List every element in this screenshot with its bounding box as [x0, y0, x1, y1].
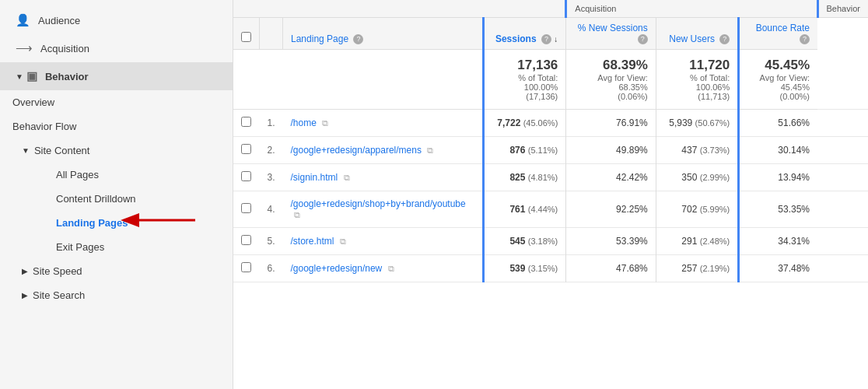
row-checkbox[interactable]: [241, 117, 251, 127]
sessions-help-icon[interactable]: ?: [541, 34, 551, 44]
table-row: 2. /google+redesign/apparel/mens ⧉ 876 (…: [233, 137, 868, 164]
landing-page-header-label[interactable]: Landing Page: [291, 33, 348, 44]
sidebar-item-all-pages[interactable]: All Pages: [44, 163, 233, 187]
external-link-icon[interactable]: ⧉: [427, 145, 433, 155]
row-new-users-cell: 291 (2.48%): [656, 228, 738, 255]
row-checkbox[interactable]: [241, 171, 251, 181]
new-users-help-icon[interactable]: ?: [719, 34, 730, 44]
row-new-sessions-cell: 49.89%: [566, 137, 656, 164]
new-users-header-label[interactable]: New Users: [669, 33, 715, 44]
external-link-icon[interactable]: ⧉: [388, 264, 394, 273]
row-sessions-value: 545: [509, 236, 525, 247]
sidebar-label-overview: Overview: [12, 96, 54, 108]
sidebar-label-acquisition: Acquisition: [40, 43, 89, 54]
empty-group: [233, 0, 566, 18]
acquisition-icon: ⟶: [16, 41, 33, 55]
sessions-header-label[interactable]: Sessions: [495, 33, 537, 44]
select-all-checkbox[interactable]: [241, 32, 251, 42]
sidebar-item-overview[interactable]: Overview: [0, 90, 233, 114]
bounce-rate-help-icon[interactable]: ?: [800, 34, 810, 44]
table-row: 6. /google+redesign/new ⧉ 539 (3.15%) 47…: [233, 255, 868, 282]
row-sessions-pct: (45.06%): [523, 118, 558, 128]
sidebar-item-behavior-flow[interactable]: Behavior Flow: [0, 114, 233, 138]
row-page-link[interactable]: /signin.html: [291, 172, 338, 183]
totals-checkbox-cell: [233, 50, 260, 110]
landing-page-help-icon[interactable]: ?: [353, 34, 363, 44]
external-link-icon[interactable]: ⧉: [340, 237, 346, 246]
sidebar-item-site-search[interactable]: ▶ Site Search: [0, 283, 233, 307]
totals-label-cell: [283, 50, 484, 110]
external-link-icon[interactable]: ⧉: [344, 173, 350, 182]
header-new-users: New Users ?: [656, 18, 738, 50]
row-page-link[interactable]: /google+redesign/shop+by+brand/youtube: [291, 198, 466, 209]
totals-new-sessions-sub3: (0.06%): [574, 92, 647, 101]
row-checkbox[interactable]: [241, 235, 251, 245]
row-page-cell: /home ⧉: [283, 110, 484, 137]
sort-down-icon[interactable]: ↓: [554, 35, 558, 44]
external-link-icon[interactable]: ⧉: [322, 118, 328, 128]
row-new-users-value: 702: [681, 204, 697, 215]
bounce-rate-header-label[interactable]: Bounce Rate: [756, 23, 810, 33]
chevron-right-icon: ▶: [22, 267, 28, 275]
totals-new-sessions-value: 68.39%: [574, 58, 647, 73]
row-page-link[interactable]: /store.html: [291, 236, 334, 247]
totals-bounce-rate-cell: 45.45% Avg for View: 45.45% (0.00%): [739, 50, 817, 110]
row-page-link[interactable]: /home: [291, 117, 317, 128]
row-page-link[interactable]: /google+redesign/apparel/mens: [291, 145, 422, 156]
row-checkbox-cell[interactable]: [233, 164, 260, 191]
row-new-sessions-value: 49.89%: [616, 145, 648, 156]
column-header-row: Landing Page ? Sessions ? ↓ % New Sessio…: [233, 18, 868, 50]
totals-new-users-cell: 11,720 % of Total: 100.06% (11,713): [656, 50, 738, 110]
sidebar-label-all-pages: All Pages: [56, 169, 99, 180]
row-checkbox[interactable]: [241, 144, 251, 154]
header-num: [260, 18, 283, 50]
row-sessions-pct: (3.15%): [528, 264, 558, 273]
sidebar-item-landing-pages[interactable]: Landing Pages: [44, 211, 233, 235]
row-page-cell: /google+redesign/apparel/mens ⧉: [283, 137, 484, 164]
row-bounce-rate-cell: 30.14%: [739, 137, 817, 164]
totals-new-users-value: 11,720: [664, 58, 730, 73]
sidebar-item-site-content[interactable]: ▼ Site Content: [0, 138, 233, 163]
totals-new-sessions-sub2: 68.35%: [574, 82, 647, 92]
row-new-users-value: 5,939: [669, 117, 692, 128]
row-checkbox-cell[interactable]: [233, 228, 260, 255]
row-checkbox-cell[interactable]: [233, 137, 260, 164]
row-new-users-cell: 350 (2.99%): [656, 164, 738, 191]
sidebar-item-behavior[interactable]: ▼ ▣ Behavior: [0, 62, 233, 90]
totals-new-sessions-sub1: Avg for View:: [574, 73, 647, 82]
column-group-row: Acquisition Behavior: [233, 0, 868, 18]
table-row: 5. /store.html ⧉ 545 (3.18%) 53.39% 291 …: [233, 228, 868, 255]
audience-icon: 👤: [16, 13, 30, 27]
sidebar-item-acquisition[interactable]: ⟶ Acquisition: [0, 34, 233, 62]
row-num: 4.: [260, 191, 283, 228]
row-checkbox-cell[interactable]: [233, 110, 260, 137]
totals-sessions-pct: % of Total: 100.00%: [492, 73, 558, 92]
row-checkbox[interactable]: [241, 203, 251, 213]
row-checkbox-cell[interactable]: [233, 255, 260, 282]
totals-new-users-sub: (11,713): [664, 92, 730, 101]
row-new-sessions-cell: 53.39%: [566, 228, 656, 255]
table-body: 17,136 % of Total: 100.00% (17,136) 68.3…: [233, 50, 868, 282]
chevron-right-icon-2: ▶: [22, 291, 28, 300]
row-checkbox[interactable]: [241, 262, 251, 272]
new-sessions-header-label[interactable]: % New Sessions: [578, 23, 648, 33]
row-sessions-pct: (5.11%): [528, 145, 558, 155]
row-bounce-rate-value: 53.35%: [778, 204, 810, 215]
sidebar-item-audience[interactable]: 👤 Audience: [0, 6, 233, 34]
row-checkbox-cell[interactable]: [233, 191, 260, 228]
totals-bounce-rate-value: 45.45%: [747, 58, 810, 73]
row-new-users-value: 257: [681, 263, 697, 274]
row-new-sessions-value: 53.39%: [616, 236, 648, 247]
row-page-link[interactable]: /google+redesign/new: [291, 263, 383, 274]
row-page-cell: /google+redesign/new ⧉: [283, 255, 484, 282]
table-row: 4. /google+redesign/shop+by+brand/youtub…: [233, 191, 868, 228]
row-page-cell: /google+redesign/shop+by+brand/youtube ⧉: [283, 191, 484, 228]
new-sessions-help-icon[interactable]: ?: [638, 34, 648, 44]
external-link-icon[interactable]: ⧉: [294, 210, 300, 219]
sidebar-item-content-drilldown[interactable]: Content Drilldown: [44, 187, 233, 211]
sidebar-item-site-speed[interactable]: ▶ Site Speed: [0, 259, 233, 283]
row-bounce-rate-cell: 13.94%: [739, 164, 817, 191]
sidebar-item-exit-pages[interactable]: Exit Pages: [44, 235, 233, 259]
header-bounce-rate: Bounce Rate ?: [739, 18, 817, 50]
header-checkbox[interactable]: [233, 18, 260, 50]
